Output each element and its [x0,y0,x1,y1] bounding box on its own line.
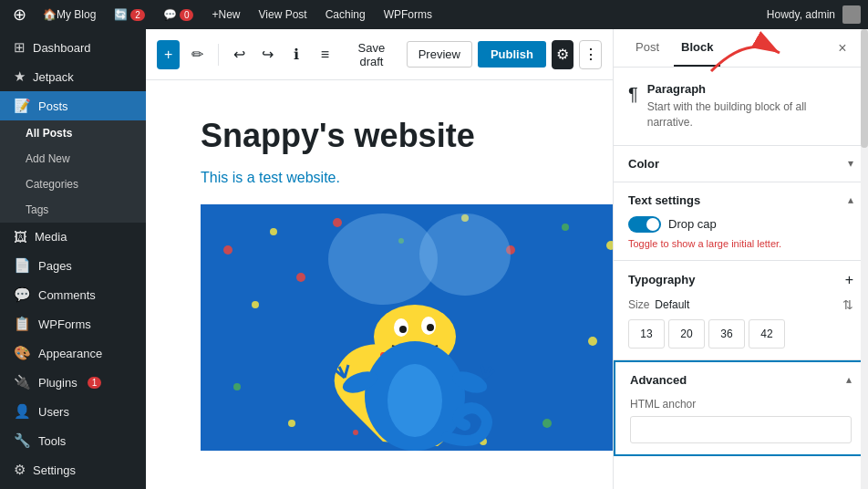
adminbar-view-post[interactable]: View Post [252,0,315,29]
panel-tabs: Post Block × [614,29,868,68]
sidebar-item-media[interactable]: 🖼 Media [0,223,146,251]
image-block[interactable] [201,204,613,451]
info-button[interactable]: ℹ [284,40,307,69]
toolbar-separator-1 [218,44,219,66]
list-view-button[interactable]: ≡ [314,40,336,69]
panel-block-name: Paragraph [647,82,853,96]
sidebar-item-wpforms[interactable]: 📋 WPForms [0,309,146,338]
save-draft-button[interactable]: Save draft [342,36,401,74]
adminbar-updates[interactable]: 🔄 2 [107,0,152,29]
adminbar-right: Howdy, admin [760,5,861,24]
panel-scrollbar-thumb[interactable] [861,29,868,148]
svg-point-0 [223,245,232,255]
html-anchor-label: HTML anchor [630,398,852,411]
preview-button[interactable]: Preview [407,41,472,68]
sidebar-label-plugins: Plugins [38,376,78,390]
svg-point-7 [606,241,613,250]
panel-close-button[interactable]: × [832,37,853,59]
size-label: Size [628,298,649,311]
adminbar-comments[interactable]: 💬 0 [156,0,202,29]
sidebar-item-dashboard[interactable]: ⊞ Dashboard [0,33,146,62]
sidebar-item-categories[interactable]: Categories [0,172,146,197]
toggle-knob [646,218,659,231]
size-row: Size Default ⇅ [628,297,853,312]
html-anchor-input[interactable] [630,416,852,443]
svg-point-31 [388,364,442,437]
sidebar-item-users[interactable]: 👤 Users [0,397,146,426]
size-options: 13 20 36 42 [628,319,853,349]
sidebar-item-pages[interactable]: 📄 Pages [0,251,146,280]
sidebar: ⊞ Dashboard ★ Jetpack 📝 Posts All Posts … [0,29,146,489]
sidebar-label-categories: Categories [26,178,78,191]
svg-point-1 [270,228,277,235]
editor-main: + ✏ ↩ ↪ ℹ ≡ Save draft Preview Publish ⚙… [146,29,613,489]
size-btn-42[interactable]: 42 [749,319,785,349]
redo-button[interactable]: ↪ [256,40,279,69]
sidebar-label-media: Media [35,230,67,244]
pages-icon: 📄 [14,257,31,274]
admin-bar: ⊕ 🏠 My Blog 🔄 2 💬 0 + New View Post Cach… [0,0,868,29]
typography-add-icon[interactable]: + [845,272,853,288]
undo-button[interactable]: ↩ [228,40,251,69]
more-options-button[interactable]: ⋮ [579,40,602,69]
text-settings-chevron-up-icon: ▴ [848,193,853,206]
text-settings-label: Text settings [628,193,700,207]
sidebar-item-tags[interactable]: Tags [0,197,146,223]
svg-point-9 [296,273,305,282]
settings-panel-button[interactable]: ⚙ [552,40,574,69]
typography-label: Typography [628,273,695,286]
adminbar-caching[interactable]: Caching [318,0,373,29]
color-label: Color [628,157,659,171]
sidebar-item-settings[interactable]: ⚙ Settings [0,455,146,484]
size-btn-13[interactable]: 13 [628,319,665,349]
size-default-value: Default [655,298,689,311]
sidebar-item-plugins[interactable]: 🔌 Plugins 1 [0,368,146,397]
edit-button[interactable]: ✏ [185,40,208,69]
snake-svg [201,204,613,451]
sidebar-item-tools[interactable]: 🔧 Tools [0,426,146,455]
sidebar-item-comments[interactable]: 💬 Comments [0,280,146,309]
post-title[interactable]: Snappy's website [201,117,558,155]
appearance-icon: 🎨 [14,345,31,361]
adminbar-wpforms[interactable]: WPForms [377,0,439,29]
adminbar-new[interactable]: + New [204,0,247,29]
publish-button[interactable]: Publish [478,41,546,68]
svg-point-11 [588,337,597,346]
user-avatar[interactable] [842,5,861,24]
sidebar-item-posts[interactable]: 📝 Posts [0,91,146,120]
svg-point-23 [399,326,407,333]
post-body[interactable]: This is a test website. [201,170,558,186]
sidebar-item-add-new[interactable]: Add New [0,146,146,172]
sidebar-label-appearance: Appearance [38,347,102,360]
sidebar-label-wpforms: WPForms [38,317,91,331]
jetpack-icon: ★ [14,68,26,85]
adminbar-howdy: Howdy, admin [760,8,842,21]
editor-canvas[interactable]: Snappy's website This is a test website. [146,80,613,489]
adminbar-myblog[interactable]: 🏠 My Blog [36,0,103,29]
wp-logo[interactable]: ⊕ [7,5,32,25]
settings-icon: ⚙ [14,462,26,478]
advanced-content: HTML anchor [615,398,866,454]
tab-block[interactable]: Block [674,29,720,67]
sidebar-item-all-posts[interactable]: All Posts [0,120,146,146]
main-layout: ⊞ Dashboard ★ Jetpack 📝 Posts All Posts … [0,29,868,489]
editor-toolbar: + ✏ ↩ ↪ ℹ ≡ Save draft Preview Publish ⚙… [146,29,613,80]
size-controls-icon[interactable]: ⇅ [842,297,853,312]
svg-point-8 [252,301,259,308]
svg-point-6 [562,224,569,231]
sidebar-item-jetpack[interactable]: ★ Jetpack [0,62,146,91]
sidebar-item-appearance[interactable]: 🎨 Appearance [0,338,146,368]
sidebar-label-pages: Pages [38,259,72,273]
size-btn-20[interactable]: 20 [668,319,705,349]
add-block-button[interactable]: + [157,40,180,69]
advanced-header[interactable]: Advanced ▴ [615,362,866,398]
color-section[interactable]: Color ▾ [614,146,868,182]
panel-block-description: Start with the building block of all nar… [647,99,853,130]
tab-post[interactable]: Post [628,29,666,67]
tools-icon: 🔧 [14,432,31,449]
drop-cap-toggle[interactable] [628,216,661,233]
sidebar-label-tools: Tools [38,434,66,448]
size-btn-36[interactable]: 36 [708,319,745,349]
right-panel: Post Block × ¶ Paragraph Start with the … [613,29,868,489]
panel-scrollbar[interactable] [861,29,868,489]
